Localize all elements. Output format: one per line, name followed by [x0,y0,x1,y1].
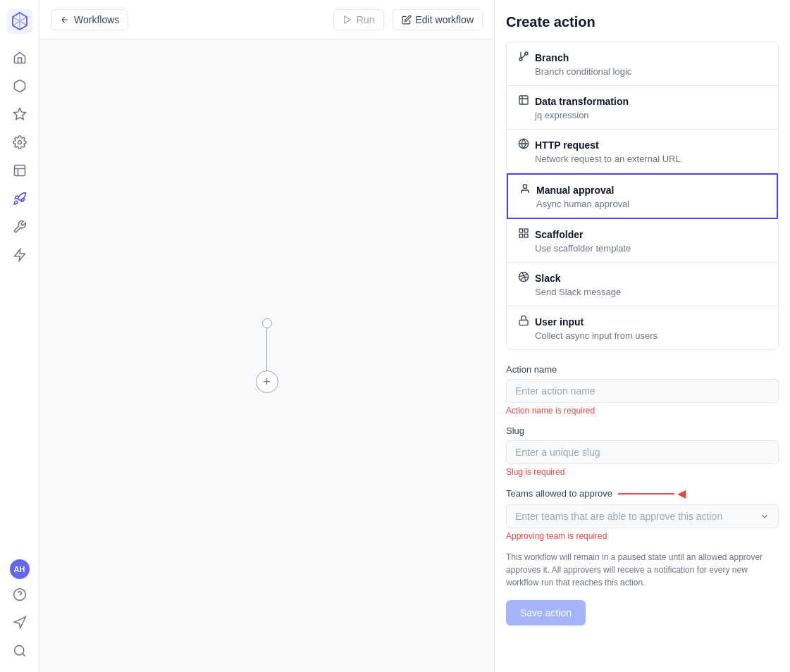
chevron-down-icon [760,511,770,521]
run-label: Run [357,14,375,25]
user-input-desc: Collect async input from users [518,330,767,341]
svg-rect-16 [519,320,528,325]
panel-title: Create action [506,14,779,30]
http-request-desc: Network request to an external URL [518,154,767,164]
manual-approval-icon [519,183,531,197]
back-label: Workflows [74,14,119,25]
data-transform-icon [518,94,529,108]
branch-name: Branch [535,52,569,63]
edit-workflow-label: Edit workflow [416,14,474,25]
run-icon [342,15,352,25]
svg-marker-1 [13,108,25,120]
add-step-button[interactable]: + [256,371,278,393]
sidebar-item-home[interactable] [7,45,32,70]
sidebar-item-rocket[interactable] [7,186,32,211]
svg-rect-11 [519,229,523,232]
svg-marker-4 [14,249,25,261]
action-item-user-input[interactable]: User input Collect async input from user… [507,306,778,349]
scaffolder-icon [518,228,529,242]
sidebar-item-bolt[interactable] [7,242,32,268]
svg-rect-12 [524,229,528,232]
action-item-manual-approval[interactable]: Manual approval Async human approval [507,173,778,219]
action-name-field-group: Action name Action name is required [506,364,779,416]
sidebar-item-announcements[interactable] [7,610,32,635]
teams-dropdown[interactable]: Enter teams that are able to approve thi… [506,504,779,528]
run-button[interactable]: Run [333,9,384,30]
back-arrow-icon [60,15,70,25]
svg-rect-8 [519,96,528,104]
edit-workflow-button[interactable]: Edit workflow [393,9,483,30]
slug-input[interactable] [506,440,779,464]
user-input-icon [518,315,529,329]
svg-point-2 [18,141,21,144]
action-list: Branch Branch conditional logic Data tra… [506,42,779,350]
action-name-error: Action name is required [506,406,779,416]
workflow-canvas: + [39,39,494,672]
sidebar-item-search[interactable] [7,638,32,664]
manual-approval-name: Manual approval [536,185,614,196]
action-item-branch[interactable]: Branch Branch conditional logic [507,42,778,86]
arrow-head-icon: ◀ [677,487,686,500]
action-item-scaffolder[interactable]: Scaffolder Use scaffolder template [507,219,778,263]
svg-point-10 [523,185,526,188]
start-node [262,318,272,328]
sidebar: AH [0,0,39,672]
user-input-name: User input [535,316,584,328]
sidebar-item-objects[interactable] [7,73,32,99]
sidebar-item-tools[interactable] [7,214,32,239]
teams-label-row: Teams allowed to approve ◀ [506,487,779,500]
action-name-label: Action name [506,364,779,375]
svg-rect-13 [524,234,528,237]
http-request-name: HTTP request [535,139,599,151]
action-item-data-transformation[interactable]: Data transformation jq expression [507,86,778,130]
svg-marker-7 [345,15,350,23]
svg-rect-14 [519,234,523,237]
branch-desc: Branch conditional logic [518,66,767,77]
teams-field-group: Teams allowed to approve ◀ Enter teams t… [506,487,779,541]
http-icon [518,138,529,152]
edit-icon [402,15,412,25]
save-action-button[interactable]: Save action [506,600,586,626]
svg-rect-3 [14,166,25,176]
slug-label: Slug [506,425,779,436]
svg-point-6 [14,646,23,655]
arrow-line [618,493,674,494]
app-logo[interactable] [7,8,32,34]
back-button[interactable]: Workflows [51,9,128,30]
info-text: This workflow will remain in a paused st… [506,551,779,589]
data-transformation-name: Data transformation [535,96,629,107]
slug-error: Slug is required [506,467,779,477]
action-item-http-request[interactable]: HTTP request Network request to an exter… [507,130,778,173]
workflow-node: + [256,318,278,393]
sidebar-item-settings[interactable] [7,130,32,155]
svg-point-5 [13,589,25,601]
main-area: Workflows Run Edit workflow + [39,0,494,672]
header: Workflows Run Edit workflow [39,0,494,39]
teams-placeholder: Enter teams that are able to approve thi… [515,511,722,522]
scaffolder-name: Scaffolder [535,229,583,240]
avatar[interactable]: AH [10,559,30,579]
branch-icon [518,51,529,65]
right-panel: Create action Branch Branch conditional … [494,0,790,672]
slug-field-group: Slug Slug is required [506,425,779,477]
data-transformation-desc: jq expression [518,110,767,120]
action-item-slack[interactable]: Slack Send Slack message [507,263,778,306]
sidebar-item-panel[interactable] [7,158,32,183]
teams-label: Teams allowed to approve [506,488,612,499]
connector-line [266,328,267,371]
sidebar-item-help[interactable] [7,582,32,607]
teams-error: Approving team is required [506,531,779,541]
slack-desc: Send Slack message [518,287,767,297]
slack-icon [518,271,529,285]
sidebar-item-favorites[interactable] [7,101,32,127]
arrow-indicator: ◀ [618,487,686,500]
scaffolder-desc: Use scaffolder template [518,243,767,254]
slack-name: Slack [535,273,561,284]
action-name-input[interactable] [506,379,779,403]
manual-approval-desc: Async human approval [519,199,765,209]
